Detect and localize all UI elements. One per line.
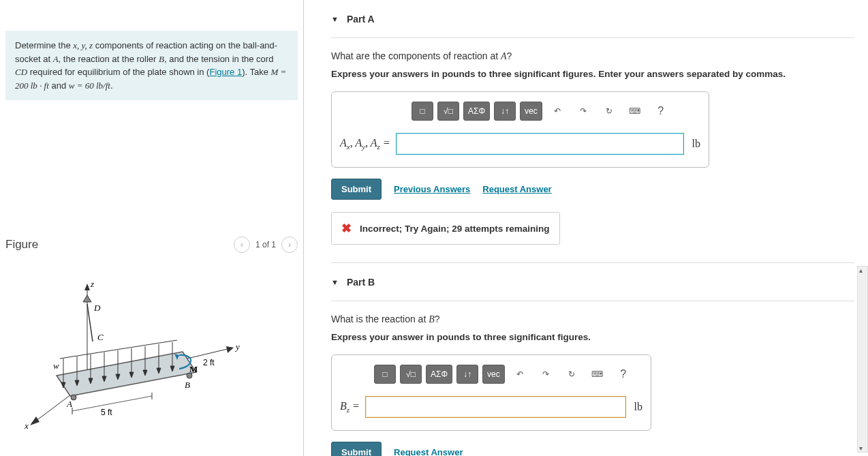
math-A: A: [501, 51, 507, 61]
math-CD: CD: [15, 67, 27, 77]
axis-z: z: [90, 279, 94, 289]
axis-y: y: [234, 341, 240, 352]
text: What are the components of reaction at: [331, 50, 501, 61]
part-b-block: ▼ Part B What is the reaction at B? Expr…: [331, 270, 854, 456]
part-a-question: What are the components of reaction at A…: [331, 50, 854, 62]
sqrt-button[interactable]: √□: [437, 102, 459, 121]
figure-prev-button[interactable]: ‹: [234, 237, 250, 253]
part-b-input-label: Bz =: [340, 400, 360, 414]
part-a-answer-box: □ √□ ΑΣΦ ↓↑ vec ↶ ↷ ↻ ⌨ ? Ax, Ay, Az =: [331, 91, 709, 168]
caret-down-icon: ▼: [331, 278, 339, 286]
text: ). Take: [242, 67, 270, 77]
math-B: B: [429, 314, 435, 324]
svg-marker-3: [226, 346, 234, 353]
greek-button[interactable]: ΑΣΦ: [463, 102, 490, 121]
text: ?: [507, 50, 512, 61]
part-a-request-answer-link[interactable]: Request Answer: [482, 184, 551, 194]
part-a-input-label: Ax, Ay, Az =: [340, 137, 390, 151]
part-a-submit-button[interactable]: Submit: [331, 179, 382, 200]
text: required for equilibrium of the plate sh…: [27, 67, 209, 77]
greek-button[interactable]: ΑΣΦ: [426, 365, 452, 384]
label-D: D: [93, 303, 101, 313]
svg-marker-5: [30, 416, 40, 425]
dim-2ft: 2 ft: [203, 358, 215, 367]
part-b-unit: lb: [634, 401, 642, 413]
math-B: B: [159, 54, 164, 64]
part-a-toolbar: □ √□ ΑΣΦ ↓↑ vec ↶ ↷ ↻ ⌨ ?: [412, 102, 700, 121]
svg-marker-6: [57, 352, 196, 396]
incorrect-icon: ✖: [341, 221, 352, 236]
text: ?: [435, 314, 440, 324]
label-C: C: [97, 332, 104, 342]
figure-link[interactable]: Figure 1: [209, 67, 242, 77]
help-button[interactable]: ?: [613, 365, 634, 384]
svg-point-30: [187, 373, 192, 378]
vec-button[interactable]: vec: [520, 102, 542, 121]
reset-button[interactable]: ↻: [561, 365, 583, 384]
text: , and the tension in the cord: [164, 54, 273, 64]
keyboard-button[interactable]: ⌨: [587, 365, 608, 384]
figure-next-button[interactable]: ›: [281, 237, 298, 253]
updown-button[interactable]: ↓↑: [494, 102, 516, 121]
left-scrollbar[interactable]: [857, 266, 868, 453]
part-a-block: ▼ Part A What are the components of reac…: [331, 7, 854, 257]
redo-button[interactable]: ↷: [535, 365, 557, 384]
label-M: M: [189, 364, 198, 374]
figure-diagram: z y x: [5, 267, 298, 456]
part-a-instruction: Express your answers in pounds to three …: [331, 69, 854, 79]
text: .: [110, 80, 113, 91]
math-A: A: [53, 54, 59, 64]
text: , the reaction at the roller: [59, 54, 159, 64]
part-b-instruction: Express your answer in pounds to three s…: [331, 332, 854, 342]
label-B: B: [185, 380, 190, 390]
part-b-answer-input[interactable]: [365, 396, 626, 418]
part-b-request-answer-link[interactable]: Request Answer: [394, 447, 463, 456]
part-b-toolbar: □ √□ ΑΣΦ ↓↑ vec ↶ ↷ ↻ ⌨ ?: [374, 365, 642, 384]
part-a-feedback: ✖ Incorrect; Try Again; 29 attempts rema…: [331, 212, 560, 245]
part-a-header[interactable]: ▼ Part A: [331, 7, 854, 32]
text: What is the reaction at: [331, 314, 429, 324]
figure-count: 1 of 1: [255, 240, 276, 249]
updown-button[interactable]: ↓↑: [456, 365, 478, 384]
templates-button[interactable]: □: [412, 102, 433, 121]
feedback-text: Incorrect; Try Again; 29 attempts remain…: [360, 224, 550, 234]
part-b-answer-box: □ √□ ΑΣΦ ↓↑ vec ↶ ↷ ↻ ⌨ ? Bz = lb: [331, 354, 651, 431]
templates-button[interactable]: □: [374, 365, 396, 384]
vec-button[interactable]: vec: [482, 365, 505, 384]
help-button[interactable]: ?: [650, 102, 672, 121]
part-b-title: Part B: [347, 277, 375, 288]
undo-button[interactable]: ↶: [509, 365, 531, 384]
reset-button[interactable]: ↻: [598, 102, 620, 121]
math-vars: x, y, z: [73, 40, 93, 50]
part-b-question: What is the reaction at B?: [331, 314, 854, 325]
sqrt-button[interactable]: √□: [400, 365, 422, 384]
keyboard-button[interactable]: ⌨: [624, 102, 646, 121]
dim-5ft: 5 ft: [101, 408, 112, 417]
text: and: [49, 80, 69, 91]
svg-marker-27: [83, 295, 91, 302]
caret-down-icon: ▼: [331, 15, 339, 23]
part-a-previous-answers-link[interactable]: Previous Answers: [394, 184, 470, 194]
part-a-title: Part A: [347, 14, 375, 25]
problem-statement: Determine the x, y, z components of reac…: [5, 31, 298, 100]
text: Determine the: [15, 40, 73, 50]
part-a-unit: lb: [692, 138, 700, 150]
part-b-submit-button[interactable]: Submit: [331, 442, 382, 456]
part-b-header[interactable]: ▼ Part B: [331, 270, 854, 295]
svg-line-26: [87, 304, 93, 341]
figure-title: Figure: [5, 238, 234, 252]
part-a-answer-input[interactable]: [396, 133, 684, 155]
label-A: A: [66, 399, 72, 409]
undo-button[interactable]: ↶: [546, 102, 568, 121]
label-w: w: [53, 361, 59, 371]
redo-button[interactable]: ↷: [572, 102, 594, 121]
axis-x: x: [24, 421, 29, 431]
math-w: w = 60 lb/ft: [69, 80, 110, 91]
svg-marker-1: [84, 284, 90, 290]
